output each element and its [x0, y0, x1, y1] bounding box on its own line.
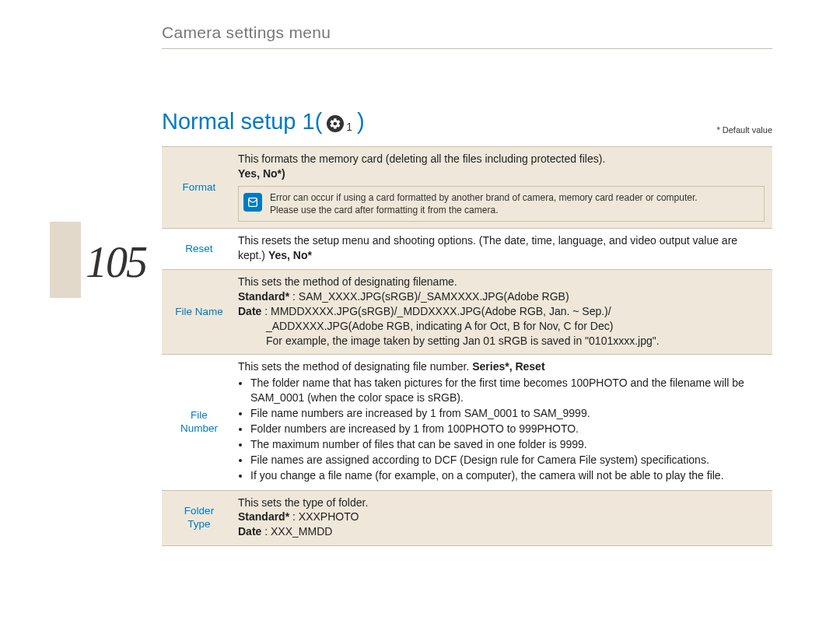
default-value-note: * Default value: [716, 125, 772, 135]
row-label-reset: Reset: [162, 229, 233, 269]
breadcrumb-header: Camera settings menu: [162, 23, 772, 49]
filename-date-val: : MMDDXXXX.JPG(sRGB)/_MDDXXXX.JPG(Adobe …: [261, 305, 611, 317]
note-line1: Error can occur if using a card formatte…: [270, 192, 698, 203]
row-filenumber: File Number This sets the method of desi…: [162, 354, 772, 489]
page-number: 105: [86, 237, 146, 287]
row-label-filenumber: File Number: [162, 355, 233, 489]
foldertype-date-val: : XXX_MMDD: [261, 525, 332, 538]
gear-subscript: 1: [346, 121, 352, 133]
filenumber-label1: File: [191, 409, 208, 421]
filename-standard-val: : SAM_XXXX.JPG(sRGB)/_SAMXXXX.JPG(Adobe …: [289, 290, 569, 303]
section-title: Normal setup 1( 1 ): [162, 109, 365, 135]
row-desc-reset: This resets the setup menu and shooting …: [233, 229, 772, 269]
note-text: Error can occur if using a card formatte…: [270, 191, 698, 216]
filename-date-val2: _ADDXXXX.JPG(Adobe RGB, indicating A for…: [238, 319, 765, 334]
format-desc: This formats the memory card (deleting a…: [238, 152, 605, 165]
row-filename: File Name This sets the method of design…: [162, 269, 772, 354]
filenumber-b6: If you change a file name (for example, …: [250, 468, 765, 483]
row-label-filename: File Name: [162, 270, 233, 354]
filenumber-label2: Number: [180, 422, 218, 434]
foldertype-standard-label: Standard*: [238, 510, 289, 523]
filenumber-bullets: The folder name that has taken pictures …: [238, 376, 765, 482]
settings-table: Format This formats the memory card (del…: [162, 146, 772, 546]
row-foldertype: Folder Type This sets the type of folder…: [162, 490, 772, 547]
format-options: Yes, No*): [238, 167, 285, 180]
foldertype-label1: Folder: [184, 505, 214, 517]
page-number-accent: [50, 222, 81, 298]
foldertype-date-label: Date: [238, 525, 261, 538]
row-format: Format This formats the memory card (del…: [162, 146, 772, 228]
filenumber-intro-bold: Series*, Reset: [472, 360, 544, 373]
row-reset: Reset This resets the setup menu and sho…: [162, 228, 772, 269]
filename-date-val3: For example, the image taken by setting …: [238, 334, 765, 349]
foldertype-intro: This sets the type of folder.: [238, 496, 368, 509]
note-icon: [243, 193, 262, 212]
filename-intro: This sets the method of designating file…: [238, 275, 457, 288]
format-note-box: Error can occur if using a card formatte…: [238, 186, 765, 222]
section-title-prefix: Normal setup 1(: [162, 109, 322, 135]
filenumber-intro: This sets the method of designating file…: [238, 360, 472, 373]
foldertype-label2: Type: [187, 518, 210, 530]
foldertype-standard-val: : XXXPHOTO: [289, 510, 359, 523]
filename-standard-label: Standard*: [238, 290, 289, 303]
filenumber-b4: The maximum number of files that can be …: [250, 437, 765, 452]
section-title-suffix: ): [357, 109, 365, 135]
row-desc-format: This formats the memory card (deleting a…: [233, 147, 772, 228]
row-label-format: Format: [162, 147, 233, 228]
row-desc-filename: This sets the method of designating file…: [233, 270, 772, 354]
section-title-row: Normal setup 1( 1 ) * Default value: [162, 109, 772, 135]
row-desc-filenumber: This sets the method of designating file…: [233, 355, 772, 489]
row-desc-foldertype: This sets the type of folder. Standard* …: [233, 491, 772, 546]
filenumber-b5: File names are assigned according to DCF…: [250, 453, 765, 468]
row-label-foldertype: Folder Type: [162, 491, 233, 546]
filenumber-b1: The folder name that has taken pictures …: [250, 376, 765, 405]
gear-icon: [327, 115, 344, 132]
reset-options: Yes, No*: [268, 249, 312, 261]
filename-date-label: Date: [238, 305, 261, 317]
reset-desc: This resets the setup menu and shooting …: [238, 234, 737, 261]
filenumber-b3: Folder numbers are increased by 1 from 1…: [250, 422, 765, 436]
note-line2: Please use the card after formatting it …: [270, 205, 498, 215]
filenumber-b2: File name numbers are increased by 1 fro…: [250, 406, 765, 421]
